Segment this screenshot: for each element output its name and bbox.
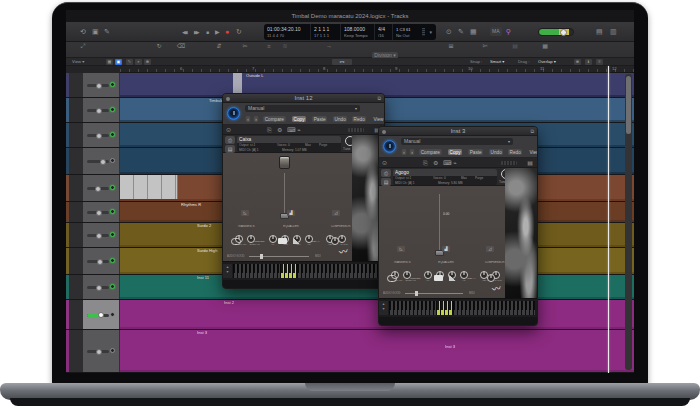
track-led[interactable] bbox=[110, 158, 115, 163]
redo-button[interactable]: Redo bbox=[352, 115, 366, 121]
files-tab-icon[interactable]: ⎙ bbox=[225, 136, 235, 144]
track-led[interactable] bbox=[110, 312, 115, 317]
volume-knob[interactable] bbox=[96, 233, 102, 239]
plugin-power-button[interactable] bbox=[227, 107, 240, 120]
zoom-h-icon[interactable]: ⊕ bbox=[574, 59, 581, 65]
menu-icon[interactable]: ≡ bbox=[596, 59, 603, 65]
metronome-icon[interactable]: ▦ bbox=[470, 22, 477, 42]
link-icon[interactable]: ⧉ bbox=[377, 94, 381, 103]
library-tab-icon[interactable]: ▤ bbox=[225, 145, 235, 153]
count-in-icon[interactable]: ✎ bbox=[458, 22, 464, 42]
vertical-scrollbar[interactable] bbox=[625, 74, 632, 370]
browser-panel-icon[interactable]: ▤ bbox=[527, 159, 533, 167]
browse-icon[interactable]: ⊙ bbox=[382, 159, 387, 167]
info-icon[interactable]: ℹ bbox=[585, 59, 592, 65]
plugin-window-1[interactable]: Inst 12 ⧉ Manual▾ ‹ › Compare Copy Paste… bbox=[222, 93, 385, 289]
track-header[interactable] bbox=[66, 98, 120, 122]
purge-button[interactable]: Purge bbox=[475, 176, 483, 179]
compare-button[interactable]: Compare bbox=[263, 115, 285, 121]
purge-button[interactable]: Purge bbox=[319, 143, 327, 146]
track-header[interactable] bbox=[66, 248, 120, 274]
stereo-icon[interactable] bbox=[231, 238, 241, 245]
volume-knob[interactable] bbox=[96, 83, 102, 89]
volume-knob[interactable] bbox=[96, 108, 102, 114]
prev-preset-button[interactable]: ‹ bbox=[402, 148, 407, 154]
track-header[interactable] bbox=[66, 73, 120, 97]
cycle-button[interactable]: ↻ bbox=[236, 22, 242, 42]
track-row[interactable]: Inst 3 Inst 3 bbox=[66, 330, 634, 373]
close-icon[interactable] bbox=[382, 130, 386, 134]
paste-button[interactable]: Paste bbox=[312, 115, 327, 121]
plugin-power-button[interactable] bbox=[383, 140, 396, 153]
save-icon[interactable]: ⎘ bbox=[423, 159, 428, 167]
track-header[interactable] bbox=[66, 123, 120, 147]
browse-icon[interactable]: ⊙ bbox=[226, 126, 231, 134]
pointer-tool-icon[interactable]: ▣ bbox=[115, 59, 122, 65]
gear-icon[interactable]: ⚙ bbox=[433, 159, 438, 167]
view-menu[interactable]: View ▾ bbox=[72, 59, 84, 65]
library-tab-icon[interactable]: ▤ bbox=[381, 178, 391, 186]
pencil-icon[interactable]: ✎ bbox=[104, 22, 110, 42]
track-header[interactable] bbox=[66, 330, 120, 372]
transients-icon[interactable]: ◺ bbox=[397, 246, 405, 252]
track-header[interactable] bbox=[66, 223, 120, 247]
transients-icon[interactable]: ◺ bbox=[241, 210, 249, 216]
lcd-dropdown-caret[interactable]: ▾ bbox=[429, 29, 432, 35]
volume-knob[interactable] bbox=[98, 312, 104, 318]
plugin-titlebar[interactable]: Inst 3 ⧉ bbox=[379, 127, 537, 136]
zoom-tool-icon[interactable]: ⊕ bbox=[144, 59, 151, 65]
logic-remote-icon[interactable]: ⚲ bbox=[506, 22, 511, 42]
gear-icon[interactable]: ⚙ bbox=[277, 126, 282, 134]
track-header[interactable] bbox=[66, 275, 120, 299]
track-led[interactable] bbox=[110, 185, 115, 190]
midi-channel-label[interactable]: MIDI Ch: [A] 1 bbox=[395, 181, 415, 184]
playhead-locator-control[interactable]: ◂•▸ bbox=[332, 59, 352, 65]
next-preset-button[interactable]: › bbox=[253, 115, 258, 121]
track-led[interactable] bbox=[110, 348, 115, 353]
velocity-slider[interactable] bbox=[405, 293, 463, 294]
wrench-icon[interactable]: ⌁ bbox=[297, 126, 301, 134]
browser-icon[interactable]: ▥ bbox=[610, 22, 617, 42]
equalizer-icon[interactable]: ▟ bbox=[442, 246, 450, 252]
list-editors-icon[interactable]: ▤ bbox=[596, 22, 603, 42]
copy-button[interactable]: Copy bbox=[448, 148, 462, 154]
volume-knob[interactable] bbox=[96, 349, 102, 355]
pencil-tool-icon[interactable]: ✎ bbox=[126, 59, 133, 65]
close-icon[interactable] bbox=[226, 97, 230, 101]
instrument-header[interactable]: Agogo Output: st.1 Voices: 0 Max Purge M… bbox=[393, 169, 497, 185]
kontakt-keyboard[interactable]: ▴▾ bbox=[379, 298, 537, 317]
keyboard-scroll-control[interactable]: ▴▾ bbox=[223, 264, 232, 278]
undo-button[interactable]: Undo bbox=[489, 148, 503, 154]
delay-icon[interactable] bbox=[293, 238, 300, 244]
midi-channel-label[interactable]: MIDI Ch: [A] 1 bbox=[239, 148, 259, 151]
copy-button[interactable]: Copy bbox=[292, 115, 306, 121]
compare-button[interactable]: Compare bbox=[419, 148, 441, 154]
selected-region-segment[interactable] bbox=[233, 73, 242, 95]
window-controls-icon[interactable]: ⟲ bbox=[80, 22, 86, 42]
compressor-icon[interactable]: ◿ bbox=[486, 246, 494, 252]
track-header[interactable] bbox=[66, 148, 120, 174]
kontakt-keyboard[interactable]: ▴▾ bbox=[223, 261, 384, 280]
compressor-icon[interactable]: ◿ bbox=[332, 210, 340, 216]
track-led[interactable] bbox=[110, 107, 115, 112]
preset-selector[interactable]: Manual▾ bbox=[245, 105, 360, 112]
delay-knob[interactable] bbox=[487, 274, 495, 282]
track-led[interactable] bbox=[110, 82, 115, 87]
preset-selector[interactable]: Manual▾ bbox=[401, 138, 513, 145]
output-label[interactable]: Output: st.1 bbox=[395, 176, 411, 179]
track-led[interactable] bbox=[110, 258, 115, 263]
snap-dropdown[interactable]: Smart ▾ bbox=[490, 59, 504, 65]
track-led[interactable] bbox=[110, 232, 115, 237]
volume-knob[interactable] bbox=[100, 159, 106, 165]
window-titlebar[interactable]: Timbal Demo maracatu 2024.logicx - Track… bbox=[66, 10, 634, 22]
master-volume-knob[interactable] bbox=[560, 29, 567, 36]
inspector-icon[interactable]: ▣ bbox=[92, 22, 99, 42]
save-icon[interactable]: ⎘ bbox=[267, 126, 272, 134]
files-tab-icon[interactable]: ⎙ bbox=[381, 169, 391, 177]
keyboard-icon[interactable]: ⌨ bbox=[443, 159, 452, 167]
track-row[interactable]: Inst 2 bbox=[66, 300, 634, 330]
wrench-icon[interactable]: ⌁ bbox=[453, 159, 457, 167]
next-preset-button[interactable]: › bbox=[409, 148, 414, 154]
master-volume-slider[interactable] bbox=[538, 28, 574, 36]
pan-button[interactable] bbox=[434, 275, 443, 281]
